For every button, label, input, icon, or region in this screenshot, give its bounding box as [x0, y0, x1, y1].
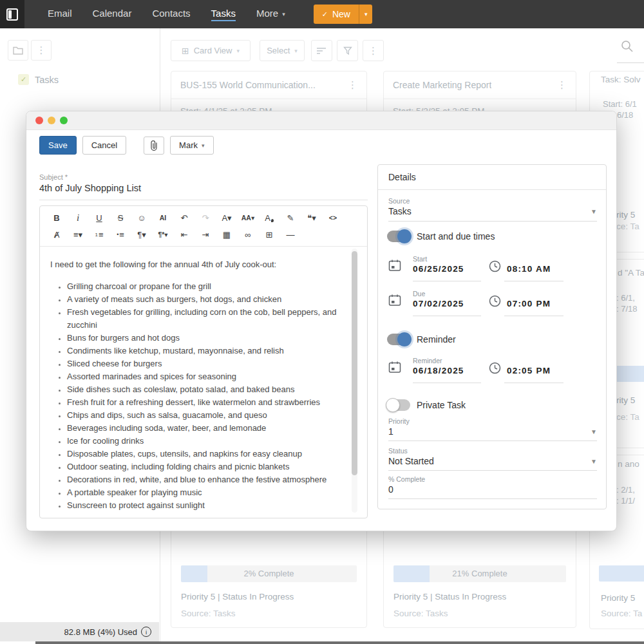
- nav-item-contacts[interactable]: Contacts: [142, 0, 200, 28]
- source-select[interactable]: Tasks: [388, 206, 412, 216]
- list-item: Grilling charcoal or propane for the gri…: [67, 280, 348, 293]
- due-date-field[interactable]: 07/02/2025: [413, 299, 464, 308]
- nav-menu: EmailCalendarContactsTasksMore▾: [37, 0, 296, 28]
- highlight-color-icon[interactable]: A: [261, 210, 277, 225]
- bold-icon[interactable]: B: [49, 210, 64, 225]
- start-date-field[interactable]: 06/25/2025: [413, 264, 464, 274]
- nav-item-more[interactable]: More▾: [246, 0, 296, 28]
- kebab-icon[interactable]: ⋮: [348, 79, 357, 91]
- format-painter-icon[interactable]: ✎: [283, 210, 298, 225]
- card-progress-bar: [599, 565, 644, 582]
- font-color-icon[interactable]: A▾: [219, 210, 234, 225]
- private-task-toggle[interactable]: [387, 399, 410, 411]
- nav-item-tasks[interactable]: Tasks: [201, 0, 246, 28]
- list-item: Fresh vegetables for grilling, including…: [67, 306, 348, 332]
- italic-icon[interactable]: i: [70, 210, 86, 225]
- paragraph-style-icon[interactable]: ¶*▾: [155, 227, 171, 242]
- kebab-icon[interactable]: ⋮: [557, 79, 567, 91]
- complete-field[interactable]: 0: [388, 484, 393, 495]
- bullet-list-icon[interactable]: ≡: [113, 227, 128, 242]
- clock-icon: [489, 260, 501, 275]
- list-item: Beverages including soda, water, beer, a…: [67, 422, 348, 435]
- card-fragment: 6/18: [617, 110, 633, 120]
- card-view-button[interactable]: ⊞ Card View ▾: [171, 40, 251, 61]
- redo-icon[interactable]: ↷: [198, 210, 213, 225]
- search-button[interactable]: [621, 40, 634, 55]
- list-item: A portable speaker for playing music: [67, 486, 348, 499]
- reminder-time-field[interactable]: 02:05 PM: [507, 366, 551, 375]
- search-underline: [617, 62, 644, 63]
- chevron-down-icon: ▼: [591, 458, 597, 465]
- minimize-button[interactable]: [48, 117, 55, 124]
- sort-button[interactable]: [311, 40, 332, 61]
- card-title: Create Marketing Report: [393, 80, 491, 90]
- maximize-button[interactable]: [60, 117, 68, 124]
- shopping-list: Grilling charcoal or propane for the gri…: [50, 280, 348, 512]
- calendar-icon: [388, 361, 401, 376]
- card-title: BUS-155 World Communication...: [180, 80, 316, 90]
- select-button[interactable]: Select ▾: [260, 40, 305, 61]
- folder-button[interactable]: [8, 40, 28, 61]
- card-fragment: rity 5: [616, 210, 635, 220]
- priority-label: Priority: [388, 417, 410, 425]
- info-icon[interactable]: i: [141, 627, 151, 637]
- card-progress-bar: 21% Complete: [393, 565, 566, 582]
- sidebar-item-tasks[interactable]: Tasks: [35, 75, 59, 85]
- status-select[interactable]: Not Started: [388, 456, 434, 466]
- font-size-icon[interactable]: AA▾: [240, 210, 256, 225]
- reminder-date-field[interactable]: 06/18/2025: [413, 366, 464, 375]
- priority-select[interactable]: 1: [388, 426, 393, 437]
- insert-code-icon[interactable]: <>: [325, 210, 341, 225]
- editor-body[interactable]: I need to get the following for the annu…: [40, 247, 367, 512]
- align-icon[interactable]: ≡▾: [70, 227, 86, 242]
- new-dropdown-button[interactable]: ▾: [359, 5, 373, 24]
- nav-item-calendar[interactable]: Calendar: [82, 0, 142, 28]
- toolbar-more-button[interactable]: ⋮: [363, 40, 384, 61]
- insert-table-icon[interactable]: ⊞: [261, 227, 277, 242]
- card-source: Source: Tasks: [393, 609, 448, 618]
- nav-item-email[interactable]: Email: [37, 0, 82, 28]
- reminder-toggle[interactable]: [387, 334, 410, 345]
- details-panel: Details Source Tasks ▼ Start and due tim…: [377, 164, 607, 509]
- subject-input[interactable]: 4th of July Shopping List: [39, 183, 141, 193]
- horizontal-rule-icon[interactable]: —: [283, 227, 298, 242]
- insert-image-icon[interactable]: ▦: [219, 227, 234, 242]
- bottom-scrollbar[interactable]: [35, 641, 644, 644]
- numbered-list-icon[interactable]: ≡: [91, 227, 107, 242]
- cancel-button[interactable]: Cancel: [82, 136, 126, 155]
- sidebar-more-button[interactable]: ⋮: [31, 40, 52, 61]
- list-item: Sunscreen to protect against sunlight: [67, 499, 348, 512]
- start-due-toggle[interactable]: [387, 231, 410, 242]
- clear-format-icon[interactable]: Ⱥ: [49, 227, 64, 242]
- start-time-field[interactable]: 08:10 AM: [507, 264, 551, 274]
- app: EmailCalendarContactsTasksMore▾ ✓ New ▾ …: [0, 0, 644, 644]
- mark-label: Mark: [179, 140, 198, 150]
- card-fragment: : 2/1,: [616, 485, 635, 495]
- close-button[interactable]: [35, 117, 43, 124]
- insert-link-icon[interactable]: ∞: [240, 227, 256, 242]
- filter-button[interactable]: [337, 40, 358, 61]
- save-button[interactable]: Save: [39, 136, 77, 155]
- reminder-toggle-label: Reminder: [417, 334, 456, 345]
- emoji-icon[interactable]: ☺: [134, 210, 149, 225]
- attachment-button[interactable]: [144, 137, 164, 155]
- due-time-field[interactable]: 07:00 PM: [507, 299, 551, 308]
- sidebar-toggle-button[interactable]: [0, 0, 24, 28]
- mark-button[interactable]: Mark ▾: [170, 136, 213, 155]
- indent-icon[interactable]: ⇥: [198, 227, 213, 242]
- ai-icon[interactable]: AI: [155, 210, 171, 225]
- task-edit-modal: Save Cancel Mark ▾ Subject * 4th of July…: [26, 111, 617, 531]
- strikethrough-icon[interactable]: S: [113, 210, 128, 225]
- list-item: Assorted marinades and spices for season…: [67, 370, 348, 383]
- list-item: Disposable plates, cups, utensils, and n…: [67, 448, 348, 460]
- editor-scrollbar-thumb[interactable]: [352, 251, 357, 475]
- outdent-icon[interactable]: ⇤: [176, 227, 192, 242]
- storage-text: 82.8 MB (4%) Used: [64, 627, 137, 637]
- underline-icon[interactable]: U: [91, 210, 107, 225]
- quote-icon[interactable]: ❝▾: [304, 210, 319, 225]
- undo-icon[interactable]: ↶: [176, 210, 192, 225]
- clock-icon: [489, 295, 501, 310]
- new-button[interactable]: ✓ New: [314, 5, 359, 24]
- card-progress-bar: 2% Complete: [181, 565, 357, 582]
- paragraph-icon[interactable]: ¶▾: [134, 227, 149, 242]
